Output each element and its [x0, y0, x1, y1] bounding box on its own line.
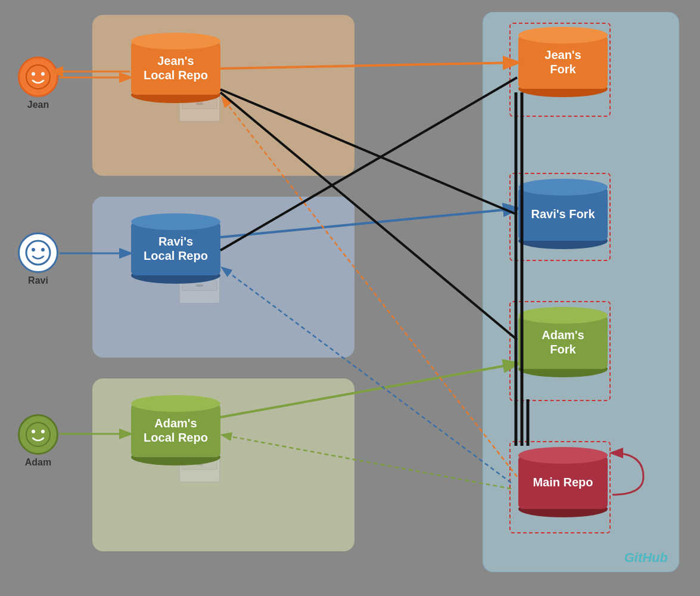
main-repo: Main Repo: [518, 447, 608, 517]
adams-fork-top: [518, 307, 608, 324]
github-label: GitHub: [624, 550, 668, 566]
svg-point-0: [26, 65, 50, 89]
ravi-label: Ravi: [18, 275, 58, 286]
svg-point-2: [41, 72, 45, 76]
main-repo-top: [518, 447, 608, 464]
ravi-avatar: Ravi: [18, 232, 58, 286]
adam-label: Adam: [18, 457, 58, 468]
ravi-local-repo: Ravi'sLocal Repo: [131, 213, 220, 284]
ravis-fork-top: [518, 179, 608, 195]
jean-local-repo: Jean'sLocal Repo: [131, 33, 220, 103]
svg-point-7: [32, 430, 35, 433]
svg-point-8: [41, 430, 45, 433]
svg-point-3: [26, 241, 50, 265]
jean-avatar-circle: [18, 57, 58, 97]
ravi-avatar-circle: [18, 232, 58, 273]
adam-local-repo: Adam'sLocal Repo: [131, 395, 220, 465]
svg-point-6: [26, 423, 50, 446]
ravis-fork: Ravi's Fork: [518, 179, 608, 249]
jean-label: Jean: [18, 100, 58, 110]
adam-avatar-circle: [18, 414, 58, 455]
adam-local-top: [131, 395, 220, 412]
ravi-local-top: [131, 213, 220, 230]
svg-point-1: [32, 72, 35, 76]
adams-fork: Adam'sFork: [518, 307, 608, 377]
jeans-fork-top: [518, 27, 608, 44]
adam-avatar: Adam: [18, 414, 58, 468]
svg-point-5: [41, 248, 45, 252]
jean-local-top: [131, 33, 220, 49]
svg-point-4: [32, 248, 35, 252]
jeans-fork: Jean'sFork: [518, 27, 608, 97]
jean-avatar: Jean: [18, 57, 58, 110]
